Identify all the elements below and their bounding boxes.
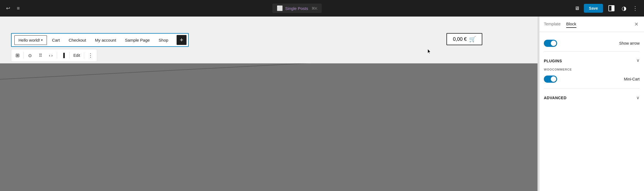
page-title: Single Posts [285,6,308,11]
show-arrow-toggle[interactable] [544,40,557,47]
canvas-area: Hello world! ▾ Cart Checkout My account … [0,17,537,191]
gray-canvas [0,63,537,191]
page-title-area: ⬜ Single Posts [277,5,308,11]
right-sidebar: Template Block ✕ Show arrow Plugins ∧ [539,17,644,191]
advanced-section-header[interactable]: Advanced ∨ [544,91,640,103]
more-options-button[interactable]: ⋮ [631,4,640,13]
block-more-button[interactable]: ⋮ [85,50,96,60]
toolbar-divider-2 [57,52,57,59]
nav-items: Hello world! ▾ Cart Checkout My account … [12,35,175,45]
show-arrow-label: Show arrow [619,41,640,45]
block-align-right-button[interactable]: ▐ [58,50,68,60]
block-toolbar: ⊞ ⊙ ⠿ ‹ › ▐ Edit ⋮ [11,49,97,62]
block-grid-button[interactable]: ⠿ [35,50,45,60]
mini-cart-toggle[interactable] [544,76,557,83]
block-circle-button[interactable]: ⊙ [25,50,35,60]
undo-button[interactable]: ↩ [4,4,12,12]
sidebar-close-button[interactable]: ✕ [633,20,640,28]
top-toolbar: ↩ ≡ ⬜ Single Posts ⌘K 🖥 Save ◑ ⋮ [0,0,644,17]
mini-cart-row: Mini-Cart [544,72,640,86]
block-align-button[interactable]: ⊞ [12,50,22,60]
plugins-chevron-icon: ∧ [636,58,640,63]
nav-item-my-account[interactable]: My account [91,36,120,45]
plugins-section-title: Plugins [544,59,562,63]
cursor [427,49,432,54]
woocommerce-label: WOOCOMMERCE [544,66,640,72]
keyboard-shortcut: ⌘K [312,6,318,10]
mini-cart-label: Mini-Cart [624,77,640,81]
section-divider-2 [544,88,640,88]
advanced-chevron-icon: ∨ [636,95,640,100]
cart-widget[interactable]: 0,00 € 🛒 [446,33,482,45]
save-button[interactable]: Save [584,4,603,13]
section-divider-1 [544,51,640,52]
desktop-view-button[interactable]: 🖥 [573,4,581,12]
toggle-thumb [551,41,556,46]
tab-template[interactable]: Template [544,20,561,28]
nav-item-cart[interactable]: Cart [48,36,63,45]
menu-button[interactable]: ≡ [15,4,22,12]
sidebar-tab-group: Template Block [544,20,576,28]
toolbar-center[interactable]: ⬜ Single Posts ⌘K [272,4,322,13]
advanced-section: Advanced ∨ [544,90,640,104]
sidebar-content: Show arrow Plugins ∧ WOOCOMMERCE Mini-Ca… [539,32,644,191]
nav-item-shop[interactable]: Shop [155,36,172,45]
tab-block[interactable]: Block [566,20,576,28]
main-area: Hello world! ▾ Cart Checkout My account … [0,17,644,191]
advanced-section-title: Advanced [544,96,566,100]
split-view-icon [608,5,614,11]
toolbar-divider-3 [69,52,70,59]
block-arrows-button[interactable]: ‹ › [46,50,56,60]
plugins-section-header[interactable]: Plugins ∧ [544,54,640,66]
cart-price: 0,00 € [453,36,467,42]
toolbar-left: ↩ ≡ [4,4,22,12]
toolbar-right: 🖥 Save ◑ ⋮ [573,4,640,13]
toolbar-divider-4 [84,52,84,59]
block-edit-button[interactable]: Edit [71,50,83,60]
nav-item-sample-page[interactable]: Sample Page [121,36,154,45]
nav-bar: Hello world! ▾ Cart Checkout My account … [11,33,189,47]
sidebar-tabs: Template Block ✕ [539,17,644,32]
dropdown-arrow: ▾ [41,38,43,42]
toolbar-divider-1 [23,52,24,59]
mini-cart-toggle-thumb [551,76,556,82]
nav-item-hello-world[interactable]: Hello world! ▾ [14,35,47,45]
contrast-button[interactable]: ◑ [620,4,628,13]
nav-add-button[interactable]: + [177,35,187,45]
show-arrow-row: Show arrow [544,36,640,50]
title-icon: ⬜ [277,5,283,11]
plugins-section: Plugins ∧ WOOCOMMERCE Mini-Cart [544,53,640,87]
cart-icon: 🛒 [469,36,476,42]
nav-item-checkout[interactable]: Checkout [65,36,90,45]
split-view-button[interactable] [606,4,617,13]
